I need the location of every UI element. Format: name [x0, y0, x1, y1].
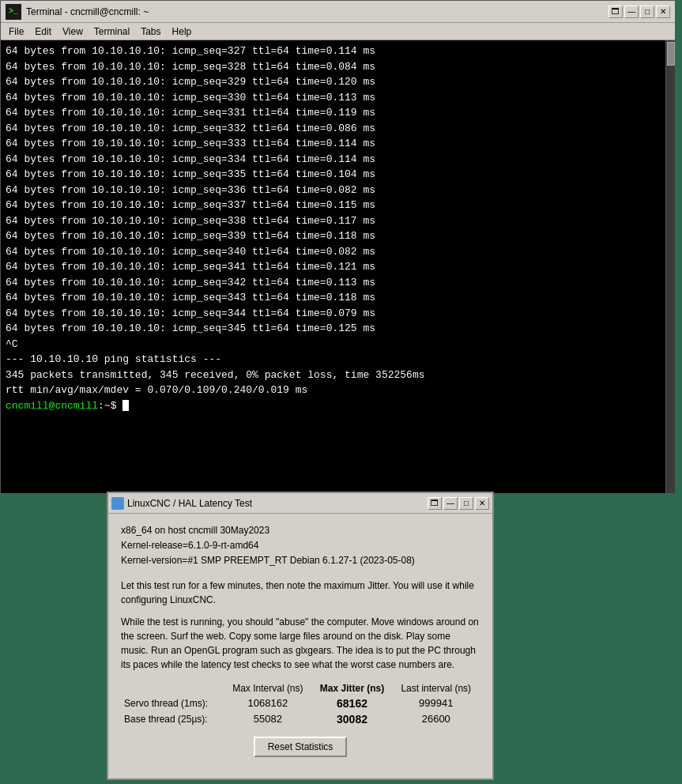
menu-file[interactable]: File: [4, 24, 28, 39]
row-1-last-interval: 26600: [393, 711, 480, 727]
terminal-line: 64 bytes from 10.10.10.10: icmp_seq=337 …: [6, 198, 661, 213]
terminal-icon: >_: [6, 4, 21, 20]
col-header-max-interval: Max Interval (ns): [224, 681, 311, 695]
terminal-line: 64 bytes from 10.10.10.10: icmp_seq=342 …: [6, 275, 661, 291]
linuxcnc-titlebar: LinuxCNC / HAL Latency Test 🗖 — □ ✕: [108, 493, 492, 514]
terminal-window: >_ Terminal - cncmill@cncmill: ~ 🗖 — □ ✕…: [0, 0, 676, 494]
terminal-line: 64 bytes from 10.10.10.10: icmp_seq=336 …: [6, 183, 661, 198]
linuxcnc-restore-button[interactable]: 🗖: [428, 497, 442, 510]
terminal-line: 64 bytes from 10.10.10.10: icmp_seq=327 …: [6, 43, 661, 59]
terminal-prompt-suffix: :~$: [98, 400, 122, 412]
terminal-stats-line: 345 packets transmitted, 345 received, 0…: [6, 368, 661, 383]
terminal-menubar: File Edit View Terminal Tabs Help: [1, 23, 675, 40]
system-info-line1: x86_64 on host cncmill 30May2023: [121, 523, 480, 538]
terminal-line: 64 bytes from 10.10.10.10: icmp_seq=344 …: [6, 306, 661, 322]
linuxcnc-close-button[interactable]: ✕: [475, 497, 489, 510]
linuxcnc-titlebar-left: LinuxCNC / HAL Latency Test: [111, 497, 252, 510]
terminal-line: 64 bytes from 10.10.10.10: icmp_seq=335 …: [6, 167, 661, 183]
row-1-label: Base thread (25µs):: [121, 711, 224, 727]
linuxcnc-title: LinuxCNC / HAL Latency Test: [127, 498, 252, 509]
terminal-cursor: [122, 400, 129, 411]
scrollbar-thumb[interactable]: [667, 42, 675, 66]
restore-button[interactable]: 🗖: [609, 6, 623, 18]
close-button[interactable]: ✕: [656, 6, 670, 18]
terminal-line: 64 bytes from 10.10.10.10: icmp_seq=331 …: [6, 105, 661, 121]
linuxcnc-window: LinuxCNC / HAL Latency Test 🗖 — □ ✕ x86_…: [107, 492, 494, 780]
row-0-label: Servo thread (1ms):: [121, 695, 224, 711]
row-1-max-interval: 55082: [224, 711, 311, 727]
menu-tabs[interactable]: Tabs: [136, 24, 165, 39]
linuxcnc-body: x86_64 on host cncmill 30May2023 Kernel-…: [108, 514, 492, 778]
linuxcnc-controls: 🗖 — □ ✕: [428, 497, 489, 510]
reset-statistics-button[interactable]: Reset Statistics: [254, 737, 348, 757]
minimize-button[interactable]: —: [624, 6, 639, 18]
terminal-stats-line: --- 10.10.10.10 ping statistics ---: [6, 352, 661, 368]
terminal-scrollbar[interactable]: [665, 40, 675, 493]
linuxcnc-icon: [111, 497, 124, 510]
system-info-line3: Kernel-version=#1 SMP PREEMPT_RT Debian …: [121, 553, 480, 568]
col-header-max-jitter: Max Jitter (ns): [311, 681, 392, 695]
instruction-text: Let this test run for a few minutes, the…: [121, 579, 480, 607]
terminal-line: 64 bytes from 10.10.10.10: icmp_seq=338 …: [6, 213, 661, 229]
menu-edit[interactable]: Edit: [30, 24, 56, 39]
system-info-line2: Kernel-release=6.1.0-9-rt-amd64: [121, 538, 480, 553]
menu-view[interactable]: View: [58, 24, 88, 39]
system-info: x86_64 on host cncmill 30May2023 Kernel-…: [121, 523, 480, 569]
terminal-line: 64 bytes from 10.10.10.10: icmp_seq=343 …: [6, 290, 661, 306]
terminal-controls: 🗖 — □ ✕: [609, 6, 670, 18]
terminal-ctrl-c: ^C: [6, 337, 661, 352]
maximize-button[interactable]: □: [640, 6, 654, 18]
terminal-icon-text: >_: [9, 7, 18, 16]
latency-table: Max Interval (ns) Max Jitter (ns) Last i…: [121, 681, 480, 727]
terminal-line: 64 bytes from 10.10.10.10: icmp_seq=332 …: [6, 121, 661, 137]
terminal-body[interactable]: 64 bytes from 10.10.10.10: icmp_seq=327 …: [1, 40, 665, 493]
latency-table-row: Servo thread (1ms):106816268162999941: [121, 695, 480, 711]
terminal-content-area: 64 bytes from 10.10.10.10: icmp_seq=327 …: [1, 40, 675, 493]
menu-help[interactable]: Help: [168, 24, 197, 39]
terminal-stats-line: rtt min/avg/max/mdev = 0.070/0.109/0.240…: [6, 383, 661, 398]
terminal-line: 64 bytes from 10.10.10.10: icmp_seq=334 …: [6, 152, 661, 168]
titlebar-left: >_ Terminal - cncmill@cncmill: ~: [6, 4, 149, 20]
terminal-line: 64 bytes from 10.10.10.10: icmp_seq=345 …: [6, 321, 661, 337]
terminal-line: 64 bytes from 10.10.10.10: icmp_seq=328 …: [6, 59, 661, 75]
row-0-max-interval: 1068162: [224, 695, 311, 711]
terminal-line: 64 bytes from 10.10.10.10: icmp_seq=330 …: [6, 90, 661, 106]
row-0-last-interval: 999941: [393, 695, 480, 711]
terminal-line: 64 bytes from 10.10.10.10: icmp_seq=329 …: [6, 74, 661, 90]
row-1-max-jitter: 30082: [311, 711, 392, 727]
abuse-text: While the test is running, you should "a…: [121, 615, 480, 672]
terminal-line: 64 bytes from 10.10.10.10: icmp_seq=333 …: [6, 136, 661, 152]
row-0-max-jitter: 68162: [311, 695, 392, 711]
terminal-title: Terminal - cncmill@cncmill: ~: [26, 6, 149, 17]
terminal-titlebar: >_ Terminal - cncmill@cncmill: ~ 🗖 — □ ✕: [1, 1, 675, 23]
col-header-label: [121, 681, 224, 695]
linuxcnc-maximize-button[interactable]: □: [459, 497, 473, 510]
terminal-prompt: cncmill@cncmill: [6, 400, 98, 412]
terminal-line: 64 bytes from 10.10.10.10: icmp_seq=340 …: [6, 244, 661, 260]
terminal-line: 64 bytes from 10.10.10.10: icmp_seq=339 …: [6, 228, 661, 244]
menu-terminal[interactable]: Terminal: [89, 24, 134, 39]
linuxcnc-minimize-button[interactable]: —: [443, 497, 458, 510]
latency-table-row: Base thread (25µs):550823008226600: [121, 711, 480, 727]
terminal-prompt-line: cncmill@cncmill:~$: [6, 398, 661, 414]
terminal-line: 64 bytes from 10.10.10.10: icmp_seq=341 …: [6, 259, 661, 275]
reset-button-container: Reset Statistics: [121, 737, 480, 757]
col-header-last-interval: Last interval (ns): [393, 681, 480, 695]
